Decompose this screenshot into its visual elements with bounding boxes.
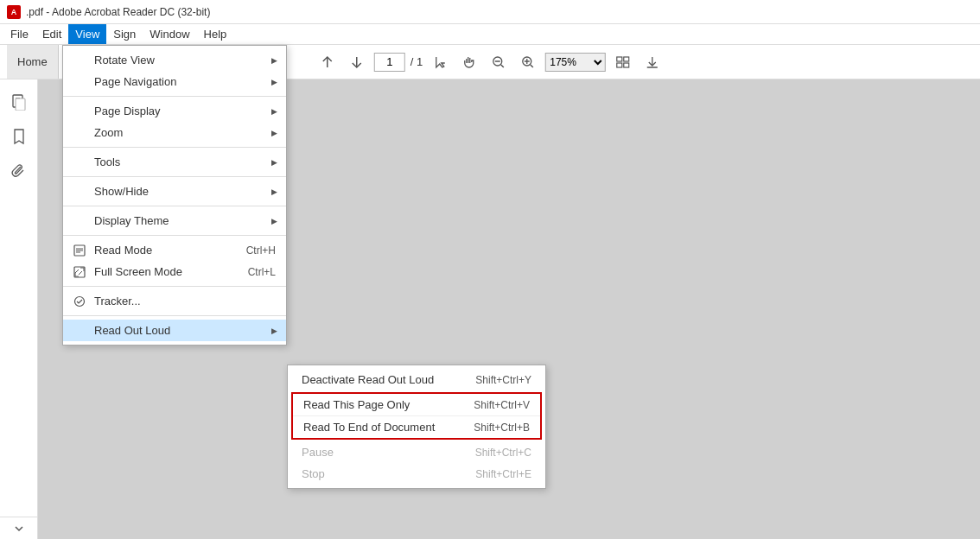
view-menu: Rotate View Page Navigation Page Display… (62, 45, 287, 346)
zoom-out-button[interactable] (487, 50, 511, 74)
pause-label: Pause (302, 446, 334, 459)
next-page-button[interactable] (345, 50, 369, 74)
submenu-pause[interactable]: Pause Shift+Ctrl+C (288, 441, 545, 463)
tracker-icon (72, 294, 87, 309)
full-screen-label: Full Screen Mode (94, 265, 182, 278)
menu-help[interactable]: Help (197, 24, 234, 44)
menu-page-navigation[interactable]: Page Navigation (63, 71, 286, 92)
separator-6 (63, 286, 286, 287)
svg-rect-23 (16, 98, 25, 111)
menu-read-out-loud[interactable]: Read Out Loud (63, 320, 286, 341)
zoom-select[interactable]: 175% 100% 125% 150% 200% (545, 53, 606, 72)
read-page-label: Read This Page Only (303, 398, 410, 411)
menu-sign[interactable]: Sign (106, 24, 143, 44)
app-icon: A (7, 5, 21, 19)
sidebar-bookmarks[interactable] (3, 121, 35, 152)
read-end-shortcut: Shift+Ctrl+B (448, 422, 530, 434)
rotate-view-label: Rotate View (94, 54, 155, 67)
read-out-loud-label: Read Out Loud (94, 324, 170, 337)
view-dropdown: Rotate View Page Navigation Page Display… (62, 45, 287, 346)
page-navigation-label: Page Navigation (94, 75, 176, 88)
menu-display-theme[interactable]: Display Theme (63, 210, 286, 231)
menu-window[interactable]: Window (143, 24, 196, 44)
submenu-deactivate[interactable]: Deactivate Read Out Loud Shift+Ctrl+Y (288, 369, 545, 390)
read-mode-shortcut: Ctrl+H (220, 244, 276, 257)
separator-5 (63, 235, 286, 236)
sidebar-attachments[interactable] (3, 155, 35, 187)
read-mode-label: Read Mode (94, 244, 152, 257)
page-display-label: Page Display (94, 105, 161, 117)
full-screen-icon (72, 264, 87, 280)
deactivate-label: Deactivate Read Out Loud (302, 373, 434, 386)
svg-rect-15 (617, 63, 622, 67)
display-theme-label: Display Theme (94, 214, 169, 227)
full-screen-shortcut: Ctrl+L (222, 266, 276, 278)
separator-7 (63, 315, 286, 316)
menu-bar: File Edit View Sign Window Help (0, 24, 980, 45)
read-page-shortcut: Shift+Ctrl+V (448, 399, 530, 411)
title-text: .pdf - Adobe Acrobat Reader DC (32-bit) (26, 6, 210, 18)
read-end-label: Read To End of Document (303, 421, 435, 434)
pause-shortcut: Shift+Ctrl+C (449, 447, 531, 459)
menu-tools[interactable]: Tools (63, 151, 286, 173)
separator-1 (63, 96, 286, 97)
svg-rect-14 (624, 57, 629, 61)
scroll-panel-arrow[interactable] (0, 517, 38, 539)
svg-rect-16 (624, 63, 629, 67)
svg-rect-13 (617, 57, 622, 61)
page-number-input[interactable] (374, 53, 405, 72)
page-separator: / 1 (410, 55, 423, 68)
select-tool[interactable] (428, 50, 452, 74)
prev-page-button[interactable] (315, 50, 340, 74)
view-options-button[interactable] (611, 50, 635, 74)
menu-rotate-view[interactable]: Rotate View (63, 49, 286, 71)
menu-page-display[interactable]: Page Display (63, 100, 286, 122)
svg-point-29 (75, 296, 85, 306)
show-hide-label: Show/Hide (94, 185, 149, 198)
zoom-in-button[interactable] (516, 50, 540, 74)
toolbar-home[interactable]: Home (7, 45, 59, 79)
left-sidebar (0, 79, 38, 539)
stop-shortcut: Shift+Ctrl+E (449, 468, 531, 480)
menu-zoom[interactable]: Zoom (63, 122, 286, 143)
sidebar-pages[interactable] (3, 86, 35, 117)
menu-read-mode[interactable]: Read Mode Ctrl+H (63, 239, 286, 261)
submenu-read-end[interactable]: Read To End of Document Shift+Ctrl+B (293, 416, 540, 438)
tools-label: Tools (94, 155, 120, 168)
menu-edit[interactable]: Edit (35, 24, 68, 44)
submenu-stop[interactable]: Stop Shift+Ctrl+E (288, 463, 545, 485)
read-out-loud-submenu: Deactivate Read Out Loud Shift+Ctrl+Y Re… (287, 365, 546, 489)
highlighted-submenu-group: Read This Page Only Shift+Ctrl+V Read To… (291, 392, 542, 440)
download-button[interactable] (640, 50, 665, 74)
svg-line-8 (501, 65, 504, 67)
stop-label: Stop (302, 467, 325, 480)
menu-view[interactable]: View (68, 24, 106, 44)
hand-tool[interactable] (457, 50, 481, 74)
zoom-label: Zoom (94, 126, 123, 139)
deactivate-shortcut: Shift+Ctrl+Y (449, 374, 531, 386)
separator-4 (63, 206, 286, 206)
title-bar: A .pdf - Adobe Acrobat Reader DC (32-bit… (0, 0, 980, 24)
submenu-read-page[interactable]: Read This Page Only Shift+Ctrl+V (293, 394, 540, 416)
tracker-label: Tracker... (94, 295, 141, 308)
menu-show-hide[interactable]: Show/Hide (63, 181, 286, 202)
svg-line-12 (531, 65, 533, 67)
menu-full-screen[interactable]: Full Screen Mode Ctrl+L (63, 261, 286, 282)
read-mode-icon (72, 243, 87, 258)
separator-2 (63, 147, 286, 148)
menu-tracker[interactable]: Tracker... (63, 290, 286, 312)
menu-file[interactable]: File (3, 24, 35, 44)
separator-3 (63, 176, 286, 177)
